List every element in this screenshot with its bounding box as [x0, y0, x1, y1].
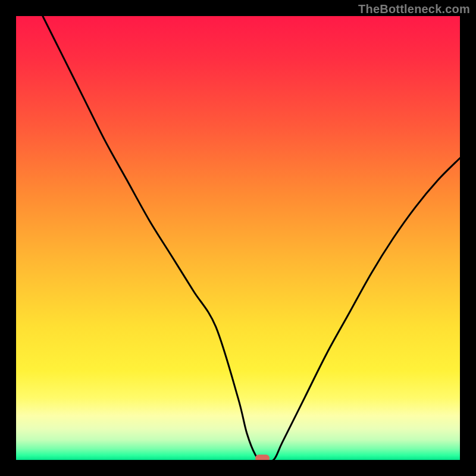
plot-area	[16, 16, 460, 460]
chart-frame: TheBottleneck.com	[0, 0, 476, 476]
optimal-marker	[255, 455, 270, 460]
watermark-text: TheBottleneck.com	[358, 2, 470, 16]
bottleneck-curve	[16, 16, 460, 460]
